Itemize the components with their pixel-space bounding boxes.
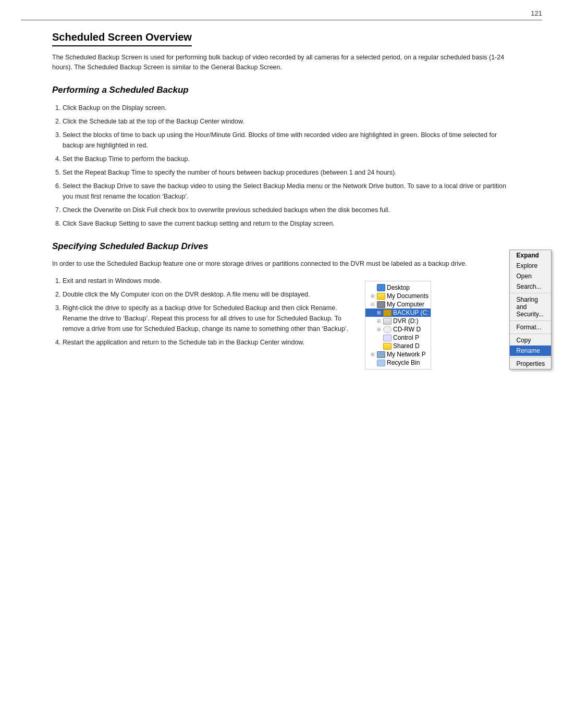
menu-item-rename[interactable]: Rename: [510, 346, 551, 356]
tree-label-desktop: Desktop: [387, 284, 410, 291]
list-item: Check the Overwrite on Disk Full check b…: [63, 205, 511, 215]
specifying-section-title: Specifying Scheduled Backup Drives: [52, 241, 511, 252]
menu-item-open[interactable]: Open: [510, 271, 551, 281]
tree-item-mydocs[interactable]: ⊞ My Documents: [365, 292, 431, 300]
list-item: Right-click the drive to specify as a ba…: [63, 303, 349, 334]
specifying-intro-text: In order to use the Scheduled Backup fea…: [52, 259, 511, 269]
list-item: Click Backup on the Display screen.: [63, 103, 511, 113]
expand-icon-network: ⊞: [370, 351, 376, 357]
expand-icon-controlp: [376, 335, 382, 341]
menu-item-properties[interactable]: Properties: [510, 359, 551, 369]
tree-item-recycle[interactable]: Recycle Bin: [365, 359, 431, 367]
mydocs-icon: [377, 293, 385, 300]
expand-icon-mycomputer: ⊟: [370, 301, 376, 307]
expand-icon-dvr: ⊞: [376, 318, 382, 324]
expand-icon-sharedd: [376, 343, 382, 349]
file-tree: Desktop ⊞ My Documents ⊟ My Computer: [365, 281, 431, 369]
file-tree-container: Desktop ⊞ My Documents ⊟ My Computer: [365, 281, 511, 369]
dvr-icon: [383, 318, 391, 325]
tree-item-cdrw[interactable]: ⊞ CD-RW D: [365, 325, 431, 334]
menu-divider-1: [510, 293, 551, 293]
desktop-icon: [377, 284, 385, 291]
expand-icon-cdrw: ⊞: [376, 326, 382, 332]
tree-label-network: My Network P: [387, 351, 426, 358]
tree-item-controlp[interactable]: Control P: [365, 334, 431, 342]
menu-divider-3: [510, 334, 551, 334]
tree-label-recycle: Recycle Bin: [387, 359, 420, 366]
file-menu-area: Desktop ⊞ My Documents ⊟ My Computer: [365, 281, 511, 369]
list-item: Set the Repeat Backup Time to specify th…: [63, 167, 511, 178]
list-item: Click Save Backup Setting to save the cu…: [63, 218, 511, 229]
tree-label-cdrw: CD-RW D: [393, 326, 421, 333]
cdrw-icon: [383, 326, 391, 333]
tree-label-backup: BACKUP (C:: [393, 309, 429, 316]
tree-label-sharedd: Shared D: [393, 342, 420, 350]
main-section-title: Scheduled Screen Overview: [52, 31, 511, 46]
tree-label-mycomputer: My Computer: [387, 301, 424, 308]
list-item: Exit and restart in Windows mode.: [63, 276, 349, 286]
tree-item-dvr[interactable]: ⊞ DVR (D:): [365, 317, 431, 325]
tree-item-backup[interactable]: ⊞ BACKUP (C:: [365, 309, 431, 317]
list-item: Select the blocks of time to back up usi…: [63, 130, 511, 151]
tree-item-sharedd[interactable]: Shared D: [365, 342, 431, 350]
tree-item-network[interactable]: ⊞ My Network P: [365, 350, 431, 359]
tree-label-controlp: Control P: [393, 334, 419, 341]
main-intro-text: The Scheduled Backup Screen is used for …: [52, 53, 511, 72]
specifying-steps-list: Exit and restart in Windows mode. Double…: [63, 276, 349, 348]
specifying-section-body: Exit and restart in Windows mode. Double…: [52, 276, 511, 369]
sharedd-icon: [383, 343, 391, 350]
controlp-icon: [383, 335, 391, 341]
menu-item-explore[interactable]: Explore: [510, 261, 551, 271]
list-item: Set the Backup Time to perform the backu…: [63, 154, 511, 164]
list-item: Click the Schedule tab at the top of the…: [63, 116, 511, 127]
tree-item-mycomputer[interactable]: ⊟ My Computer: [365, 300, 431, 309]
expand-icon-mydocs: ⊞: [370, 293, 376, 299]
menu-item-sharing[interactable]: Sharing and Security...: [510, 294, 551, 319]
performing-section-title: Performing a Scheduled Backup: [52, 85, 511, 95]
list-item: Double click the My Computer icon on the…: [63, 289, 349, 300]
tree-item-desktop[interactable]: Desktop: [365, 283, 431, 292]
menu-divider-4: [510, 357, 551, 357]
menu-item-expand[interactable]: Expand: [510, 250, 551, 261]
menu-item-format[interactable]: Format...: [510, 322, 551, 332]
performing-steps-list: Click Backup on the Display screen. Clic…: [63, 103, 511, 229]
menu-divider-2: [510, 320, 551, 321]
tree-label-dvr: DVR (D:): [393, 317, 419, 325]
expand-icon-recycle: [370, 360, 376, 366]
list-item: Select the Backup Drive to save the back…: [63, 181, 511, 202]
top-border: [21, 20, 542, 20]
list-item: Restart the application and return to th…: [63, 337, 349, 348]
context-menu: Expand Explore Open Search... Sharing an…: [509, 250, 552, 369]
menu-item-search[interactable]: Search...: [510, 281, 551, 292]
page-number: 121: [531, 9, 542, 17]
menu-item-copy[interactable]: Copy: [510, 335, 551, 346]
expand-icon-desktop: [370, 285, 376, 291]
network-icon: [377, 351, 385, 358]
backup-icon: [383, 310, 391, 316]
specifying-steps-col: Exit and restart in Windows mode. Double…: [52, 276, 349, 360]
mycomputer-icon: [377, 301, 385, 308]
expand-icon-backup: ⊞: [376, 310, 382, 316]
recycle-icon: [377, 360, 385, 366]
tree-label-mydocs: My Documents: [387, 292, 429, 300]
